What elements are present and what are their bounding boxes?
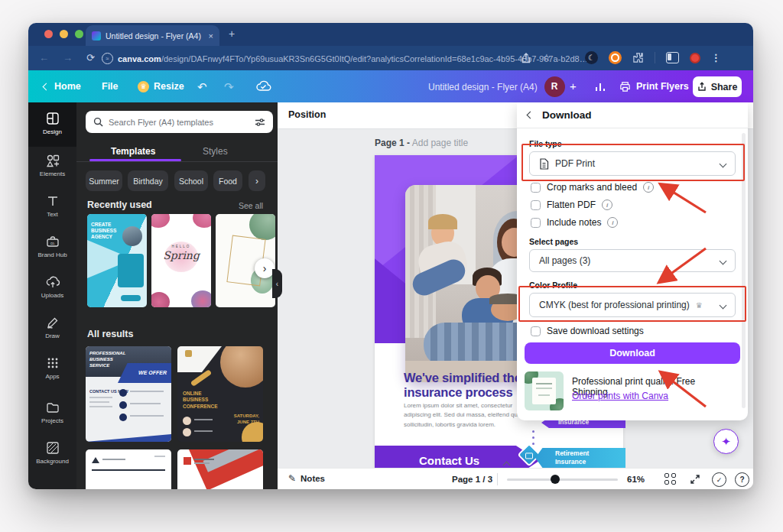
- tab-close-icon[interactable]: ×: [209, 31, 213, 41]
- brand-hub-icon: co.: [45, 234, 60, 249]
- option-label: Crop marks and bleed: [547, 182, 637, 193]
- tab-templates[interactable]: Templates: [111, 146, 155, 157]
- extension-moon-icon[interactable]: ☾: [585, 51, 598, 64]
- site-info-icon[interactable]: ≈: [102, 53, 113, 64]
- help-icon[interactable]: ?: [735, 472, 749, 487]
- chip-food[interactable]: Food: [213, 170, 242, 191]
- checkbox[interactable]: [531, 200, 541, 210]
- template-thumb-partial-2[interactable]: [177, 449, 263, 489]
- grid-view-icon[interactable]: [664, 473, 676, 485]
- undo-icon[interactable]: ↶: [197, 80, 207, 94]
- panel-collapse-handle[interactable]: ‹: [272, 269, 282, 298]
- flyer-body-text[interactable]: Lorem ipsum dolor sit amet, consectetur …: [404, 401, 534, 430]
- chip-school[interactable]: School: [174, 170, 208, 191]
- record-icon[interactable]: [690, 53, 700, 63]
- svg-text:co.: co.: [50, 242, 54, 245]
- info-icon[interactable]: i: [602, 200, 612, 210]
- url-bar[interactable]: ≈ canva.com/design/DAFnwyf4FTo/Yp69usuaK…: [102, 53, 588, 64]
- tabs-divider: [76, 161, 278, 162]
- template-thumb-business-agency[interactable]: CREATE BUSINESS AGENCY: [87, 214, 147, 307]
- sidebar-item-uploads[interactable]: Uploads: [28, 274, 76, 299]
- back-icon[interactable]: [527, 112, 534, 119]
- reload-icon[interactable]: ⟳: [86, 52, 95, 63]
- sidebar-item-brand-hub[interactable]: co. Brand Hub: [28, 234, 76, 258]
- sidebar-label: Draw: [45, 332, 60, 339]
- see-all-link[interactable]: See all: [239, 201, 263, 210]
- close-window-button[interactable]: [44, 30, 53, 38]
- document-title[interactable]: Untitled design - Flyer (A4): [428, 82, 538, 92]
- notes-pencil-icon: ✎: [288, 473, 296, 484]
- sidebar-item-apps[interactable]: Apps: [28, 355, 76, 380]
- template-thumb-professional-business[interactable]: PROFESSIONAL BUSINESS SERVICE WE OFFER C…: [86, 346, 171, 442]
- search-input[interactable]: Search Flyer (A4) templates: [86, 111, 273, 133]
- select-pages-dropdown[interactable]: All pages (3): [529, 249, 736, 272]
- page-number-label: Page 1 -: [375, 138, 410, 148]
- template-thumb-spring[interactable]: HELLO Spring: [151, 214, 211, 307]
- sidebar-item-draw[interactable]: Draw: [28, 315, 76, 339]
- fullscreen-icon[interactable]: [689, 473, 701, 485]
- checkbox[interactable]: [531, 326, 541, 336]
- maximize-window-button[interactable]: [75, 30, 83, 38]
- print-flyers-button[interactable]: Print Flyers: [619, 70, 689, 102]
- browser-tab[interactable]: Untitled design - Flyer (A4) ×: [86, 25, 219, 46]
- notes-button[interactable]: ✎ Notes: [288, 473, 325, 484]
- resize-button[interactable]: ♛ Resize: [138, 70, 184, 102]
- side-panel-icon[interactable]: [666, 52, 679, 63]
- crop-marks-checkbox-row[interactable]: Crop marks and bleed i: [531, 182, 654, 193]
- order-prints-link[interactable]: Order prints with Canva: [572, 391, 668, 401]
- tab-styles[interactable]: Styles: [203, 146, 228, 157]
- zoom-slider-track[interactable]: [507, 478, 618, 481]
- template-thumb-partial-1[interactable]: [86, 449, 171, 489]
- minimize-window-button[interactable]: [60, 30, 68, 38]
- magic-assistant-button[interactable]: ✦: [713, 429, 739, 454]
- home-button[interactable]: Home: [44, 70, 81, 102]
- checkbox[interactable]: [531, 183, 541, 193]
- filter-icon[interactable]: [255, 118, 265, 127]
- thumb-title: PROFESSIONAL BUSINESS SERVICE: [89, 351, 131, 368]
- chip-summer[interactable]: Summer: [86, 170, 122, 191]
- url-host: canva.com: [118, 54, 161, 63]
- sidebar-label: Design: [43, 128, 62, 135]
- template-thumb-online-conference[interactable]: ONLINE BUSINESS CONFERENCE SATURDAY, JUN…: [177, 346, 263, 442]
- sidebar-item-background[interactable]: Background: [28, 440, 76, 465]
- sidebar-item-projects[interactable]: Projects: [28, 400, 76, 424]
- chips-next-icon[interactable]: ›: [249, 170, 265, 191]
- sidebar-item-design[interactable]: Design: [28, 111, 76, 135]
- redo-icon[interactable]: ↷: [224, 80, 234, 94]
- forward-icon[interactable]: →: [63, 52, 73, 63]
- sidebar-item-text[interactable]: Text: [28, 193, 76, 218]
- download-button[interactable]: Download: [525, 342, 740, 364]
- elements-icon: [45, 153, 60, 168]
- zoom-slider-knob[interactable]: [551, 475, 560, 484]
- share-page-icon[interactable]: [521, 52, 531, 64]
- position-button[interactable]: Position: [288, 109, 326, 120]
- status-check-icon[interactable]: ✓: [712, 472, 726, 487]
- browser-menu-kebab-icon[interactable]: ⋮: [711, 52, 721, 63]
- extensions-puzzle-icon[interactable]: [632, 52, 644, 63]
- sidebar-item-elements[interactable]: Elements: [28, 153, 76, 177]
- bookmark-star-icon[interactable]: ☆: [542, 52, 551, 63]
- new-tab-button[interactable]: +: [229, 28, 235, 39]
- zoom-level[interactable]: 61%: [627, 475, 645, 484]
- account-avatar[interactable]: R: [542, 76, 567, 97]
- chip-birthday[interactable]: Birthday: [128, 170, 168, 191]
- printer-icon: [619, 81, 631, 92]
- add-member-button[interactable]: +: [570, 79, 577, 92]
- back-icon[interactable]: ←: [39, 52, 49, 63]
- save-settings-checkbox-row[interactable]: Save download settings: [531, 326, 644, 336]
- checkbox[interactable]: [531, 218, 541, 228]
- insights-chart-icon[interactable]: [594, 81, 606, 92]
- file-menu-button[interactable]: File: [102, 70, 119, 102]
- share-button[interactable]: Share: [693, 76, 742, 97]
- flyer-cta-banner[interactable]: Contact Us: [375, 446, 539, 468]
- info-icon[interactable]: i: [607, 217, 618, 228]
- extension-camera-icon[interactable]: [609, 51, 622, 64]
- flatten-pdf-checkbox-row[interactable]: Flatten PDF i: [531, 200, 612, 210]
- include-notes-checkbox-row[interactable]: Include notes i: [531, 217, 618, 228]
- page-indicator[interactable]: Page 1 / 3: [452, 475, 492, 484]
- search-placeholder: Search Flyer (A4) templates: [109, 118, 249, 127]
- page-title-placeholder[interactable]: Add page title: [412, 138, 468, 148]
- page-label[interactable]: Page 1 - Add page title: [375, 138, 468, 148]
- projects-icon: [45, 400, 60, 415]
- info-icon[interactable]: i: [643, 182, 654, 193]
